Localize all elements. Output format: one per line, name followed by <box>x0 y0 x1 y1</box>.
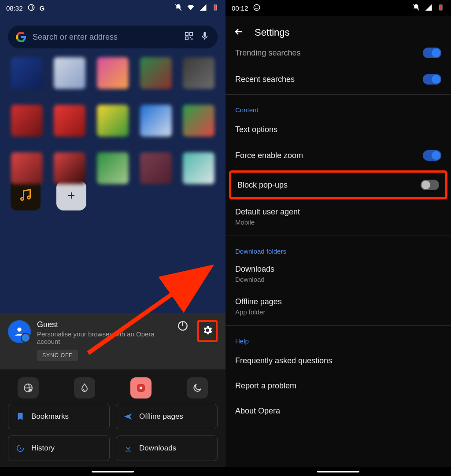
back-icon[interactable] <box>233 26 244 39</box>
default-ua-label: Default user agent <box>235 207 441 217</box>
offline-label: Offline pages <box>139 412 183 421</box>
qr-icon[interactable] <box>184 31 194 43</box>
recent-label: Recent searches <box>235 75 295 84</box>
gear-icon[interactable] <box>202 330 213 337</box>
report-label: Report a problem <box>235 381 296 391</box>
faq-label: Frequently asked questions <box>235 356 332 365</box>
settings-button-highlight <box>197 320 218 342</box>
downloads-folder-label: Downloads <box>235 265 441 274</box>
clock: 08:32 <box>6 4 23 12</box>
history-button[interactable]: History <box>8 435 110 461</box>
svg-rect-7 <box>192 39 193 40</box>
signal-icon <box>425 4 433 13</box>
row-report-problem[interactable]: Report a problem <box>226 373 451 399</box>
mic-icon[interactable] <box>200 31 210 43</box>
app-tile[interactable] <box>183 105 214 137</box>
offline-pages-button[interactable]: Offline pages <box>116 404 218 429</box>
app-tile[interactable] <box>140 105 172 137</box>
app-tile[interactable] <box>11 152 43 184</box>
status-bar: 08:32 G <box>0 0 226 16</box>
app-tile[interactable] <box>97 57 129 89</box>
block-popups-toggle[interactable] <box>421 180 439 190</box>
svg-rect-14 <box>29 389 32 391</box>
block-popups-label: Block pop-ups <box>237 181 288 190</box>
svg-rect-3 <box>185 33 188 35</box>
row-downloads-folder[interactable]: Downloads Download <box>226 258 451 291</box>
account-subtitle: Personalise your browser with an Opera a… <box>37 330 171 345</box>
search-placeholder: Search or enter address <box>33 33 178 42</box>
row-default-user-agent[interactable]: Default user agent Mobile <box>226 201 451 234</box>
offline-folder-sub: App folder <box>235 308 441 316</box>
app-tile[interactable] <box>183 152 214 184</box>
svg-point-16 <box>254 4 260 11</box>
google-logo-icon <box>16 32 26 42</box>
section-download-folders: Download folders <box>226 238 451 258</box>
battery-icon <box>437 4 445 13</box>
trending-label: Trending searches <box>235 48 300 58</box>
nav-bar <box>0 467 226 476</box>
row-about-opera[interactable]: About Opera <box>226 399 451 424</box>
whatsapp-icon <box>253 4 261 13</box>
firefox-icon <box>27 4 35 13</box>
sync-off-chip[interactable]: SYNC OFF <box>37 350 78 361</box>
avatar[interactable] <box>8 320 31 343</box>
app-tile[interactable] <box>183 57 214 89</box>
app-tile[interactable] <box>140 57 172 89</box>
trending-toggle[interactable] <box>423 48 441 58</box>
app-tile[interactable] <box>97 105 129 137</box>
signal-icon <box>199 4 207 13</box>
opera-home-screen: 08:32 G Search or enter address <box>0 0 226 476</box>
bottom-button-grid: Bookmarks Offline pages History Download… <box>0 404 226 471</box>
svg-point-8 <box>21 198 24 200</box>
power-icon[interactable] <box>177 320 189 333</box>
row-faq[interactable]: Frequently asked questions <box>226 348 451 373</box>
default-ua-sub: Mobile <box>235 218 441 226</box>
downloads-button[interactable]: Downloads <box>116 435 218 461</box>
row-offline-pages-folder[interactable]: Offline pages App folder <box>226 291 451 324</box>
app-tile[interactable] <box>11 105 43 137</box>
account-panel: Guest Personalise your browser with an O… <box>0 313 226 370</box>
nav-bar <box>226 467 451 476</box>
section-help: Help <box>226 328 451 348</box>
force-zoom-toggle[interactable] <box>423 150 441 161</box>
app-tile[interactable] <box>97 152 129 184</box>
history-label: History <box>31 444 55 453</box>
status-bar: 00:12 <box>226 0 451 16</box>
app-tile[interactable] <box>11 57 43 89</box>
svg-rect-6 <box>190 37 191 38</box>
bookmarks-label: Bookmarks <box>31 412 69 421</box>
wifi-icon <box>187 4 195 13</box>
app-tile[interactable] <box>54 152 85 184</box>
speed-dial-grid <box>7 57 218 184</box>
row-force-zoom[interactable]: Force enable zoom <box>226 142 451 169</box>
svg-rect-4 <box>190 33 192 35</box>
row-recent-searches[interactable]: Recent searches <box>226 66 451 92</box>
svg-point-0 <box>28 4 34 11</box>
svg-rect-5 <box>185 37 188 40</box>
search-bar[interactable]: Search or enter address <box>8 26 218 48</box>
app-tile[interactable] <box>54 105 85 137</box>
block-popups-highlight: Block pop-ups <box>229 170 447 199</box>
svg-rect-18 <box>440 5 442 10</box>
opera-settings-screen: 00:12 Settings Trending searches Recent … <box>226 0 451 476</box>
settings-header: Settings <box>226 16 451 46</box>
page-title: Settings <box>255 27 290 38</box>
bookmarks-button[interactable]: Bookmarks <box>8 404 110 429</box>
svg-point-9 <box>28 196 30 199</box>
app-tile[interactable] <box>54 57 85 89</box>
row-block-popups[interactable]: Block pop-ups <box>231 173 445 197</box>
app-tile-music[interactable] <box>11 181 41 210</box>
app-tile[interactable] <box>140 152 172 184</box>
bell-off-icon <box>174 4 182 13</box>
svg-rect-2 <box>214 5 217 10</box>
add-speed-dial-button[interactable] <box>56 181 86 210</box>
clock: 00:12 <box>232 4 248 12</box>
section-content: Content <box>226 96 451 117</box>
force-zoom-label: Force enable zoom <box>235 151 303 160</box>
settings-list: Trending searches Recent searches Conten… <box>226 46 451 424</box>
google-icon: G <box>40 4 45 12</box>
recent-toggle[interactable] <box>423 74 441 85</box>
row-text-options[interactable]: Text options <box>226 117 451 142</box>
row-trending-searches[interactable]: Trending searches <box>226 46 451 66</box>
downloads-folder-sub: Download <box>235 276 441 283</box>
